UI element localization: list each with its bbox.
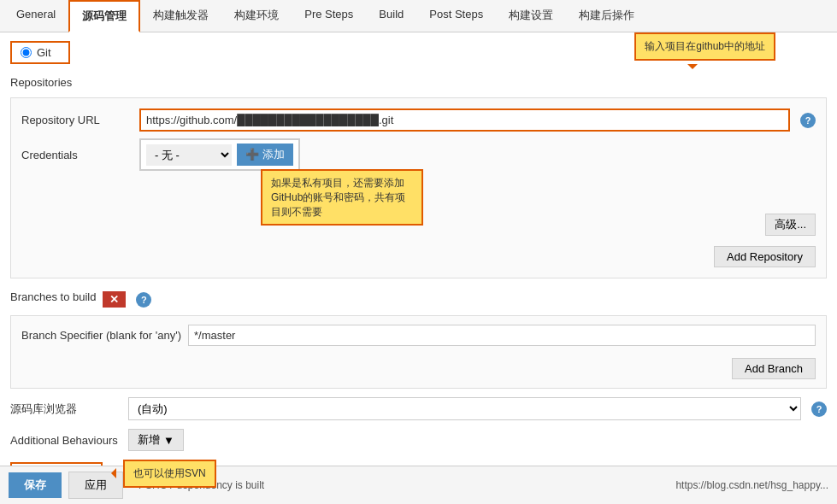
tab-build-trigger[interactable]: 构建触发器 (140, 0, 221, 32)
repo-url-help[interactable]: ? (800, 113, 816, 128)
branch-specifier-input[interactable] (188, 325, 816, 346)
tab-general[interactable]: General (3, 0, 68, 32)
callout-github-url: 输入项目在github中的地址 (634, 32, 775, 61)
credentials-label: Credentials (21, 149, 133, 161)
tab-post-build[interactable]: 构建后操作 (566, 0, 647, 32)
repositories-section: Repositories Repository URL ? Credential… (10, 73, 827, 278)
git-section: Git 输入项目在github中的地址 (10, 41, 827, 64)
add-credentials-button[interactable]: ➕ 添加 (237, 144, 293, 166)
callout-svn: 也可以使用SVN (123, 460, 216, 488)
git-radio[interactable] (21, 47, 32, 58)
tab-source-mgmt[interactable]: 源码管理 (68, 0, 140, 32)
tab-pre-steps[interactable]: Pre Steps (292, 0, 366, 32)
bottom-link: https://blog.csdn.net/hsg_happy... (675, 479, 828, 491)
credentials-select[interactable]: - 无 - (146, 144, 232, 166)
repo-url-input[interactable] (139, 108, 790, 132)
tab-bar: General 源码管理 构建触发器 构建环境 Pre Steps Build … (0, 0, 837, 32)
branch-form: Branch Specifier (blank for 'any') Add B… (10, 315, 827, 389)
branch-specifier-label: Branch Specifier (blank for 'any') (21, 329, 181, 342)
branches-help[interactable]: ? (136, 292, 151, 308)
main-content: Git 输入项目在github中的地址 Repositories Reposit… (0, 32, 837, 504)
tab-post-steps[interactable]: Post Steps (416, 0, 496, 32)
additional-behaviours-row: Additional Behaviours 新增 ▼ (10, 429, 827, 451)
branches-section: Branches to build ✕ ? Branch Specifier (… (10, 287, 827, 389)
source-browser-select[interactable]: (自动) (128, 397, 801, 420)
git-radio-box: Git (10, 41, 70, 64)
source-browser-label: 源码库浏览器 (10, 401, 121, 417)
dropdown-arrow-icon: ▼ (163, 434, 174, 447)
delete-branch-button[interactable]: ✕ (103, 291, 126, 308)
repo-form: Repository URL ? Credentials - 无 - ➕ 添加 … (10, 97, 827, 278)
source-browser-row: 源码库浏览器 (自动) ? (10, 397, 827, 420)
additional-behaviours-label: Additional Behaviours (10, 434, 121, 447)
repo-url-label: Repository URL (21, 114, 133, 126)
callout-credentials: 如果是私有项目，还需要添加GitHub的账号和密码，共有项目则不需要 (261, 169, 423, 226)
git-label: Git (37, 46, 51, 59)
tab-build-env[interactable]: 构建环境 (221, 0, 292, 32)
save-button[interactable]: 保存 (9, 472, 62, 498)
add-repository-button[interactable]: Add Repository (714, 246, 816, 267)
source-browser-help[interactable]: ? (811, 401, 827, 417)
tab-build[interactable]: Build (366, 0, 416, 32)
add-branch-button[interactable]: Add Branch (732, 358, 816, 379)
repositories-label: Repositories (10, 73, 827, 92)
tab-build-settings[interactable]: 构建设置 (496, 0, 566, 32)
repo-url-row: Repository URL ? (21, 108, 816, 132)
branch-specifier-row: Branch Specifier (blank for 'any') (21, 325, 816, 346)
advanced-button[interactable]: 高级... (765, 214, 816, 236)
new-behaviour-button[interactable]: 新增 ▼ (128, 429, 184, 451)
credentials-row: Credentials - 无 - ➕ 添加 (21, 138, 816, 171)
branches-label: Branches to build (10, 287, 96, 307)
